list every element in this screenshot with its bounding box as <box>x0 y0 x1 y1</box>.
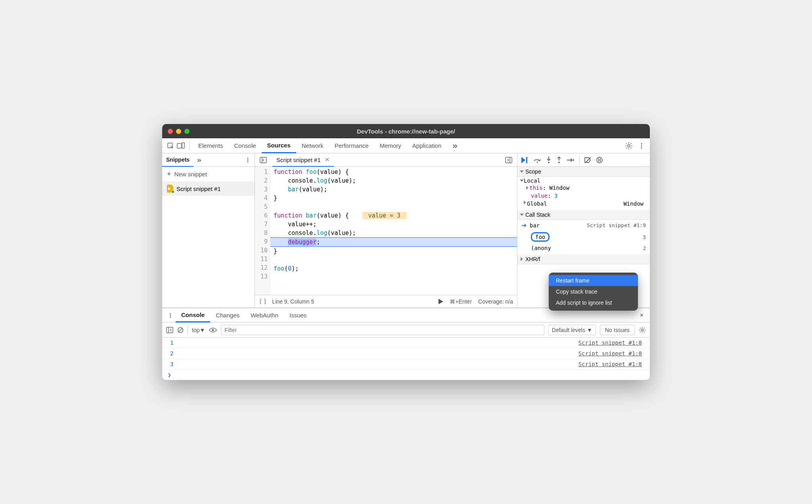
scope-this-row[interactable]: this: Window <box>521 184 647 192</box>
callstack-frame-foo[interactable]: foo 3 <box>517 231 650 243</box>
xhr-breakpoints-header[interactable]: XHR/f <box>517 254 650 264</box>
issues-pill[interactable]: No Issues <box>600 325 635 335</box>
file-tab[interactable]: Script snippet #1 ✕ <box>272 153 334 167</box>
drawer-tab-issues[interactable]: Issues <box>284 308 312 323</box>
clear-console-icon[interactable] <box>177 327 184 333</box>
console-source-link[interactable]: Script snippet #1:8 <box>578 350 642 357</box>
svg-point-7 <box>247 158 249 159</box>
svg-rect-12 <box>526 157 527 163</box>
code-editor[interactable]: 12345678910111213 function foo(value) { … <box>255 167 517 295</box>
tab-elements[interactable]: Elements <box>193 138 229 153</box>
svg-point-9 <box>247 161 249 162</box>
console-output: 1 Script snippet #1:8 2 Script snippet #… <box>162 338 650 380</box>
console-toolbar: top ▼ Default levels ▼ No Issues <box>162 323 650 338</box>
run-shortcut-label: ⌘+Enter <box>450 298 472 305</box>
drawer-tab-console[interactable]: Console <box>176 308 210 323</box>
svg-point-3 <box>628 145 630 147</box>
run-snippet-icon[interactable] <box>439 299 443 304</box>
svg-rect-2 <box>182 143 184 148</box>
step-icon[interactable] <box>567 157 575 163</box>
coverage-label: Coverage: n/a <box>478 298 513 305</box>
resume-icon[interactable] <box>521 157 529 163</box>
console-log-row[interactable]: 2 Script snippet #1:8 <box>162 348 650 359</box>
step-over-icon[interactable] <box>533 157 541 163</box>
toggle-debugger-icon[interactable] <box>504 155 514 165</box>
inspect-element-icon[interactable] <box>165 141 176 151</box>
context-selector[interactable]: top ▼ <box>192 327 205 333</box>
active-frame-arrow-icon: ➔ <box>521 221 527 229</box>
callstack-frame[interactable]: ➔ bar Script snippet #1:9 <box>517 220 650 231</box>
expand-triangle-icon <box>524 200 526 204</box>
callstack-body: ➔ bar Script snippet #1:9 foo 3 (anony 2 <box>517 220 650 253</box>
scope-local-row[interactable]: Local <box>521 178 647 184</box>
frame-foo-highlight: foo <box>531 232 550 242</box>
scope-global-row[interactable]: GlobalWindow <box>521 200 647 208</box>
svg-point-16 <box>573 159 574 161</box>
svg-rect-1 <box>177 143 182 148</box>
tab-divider <box>189 141 190 150</box>
close-window-button[interactable] <box>168 129 173 134</box>
close-drawer-icon[interactable]: ✕ <box>636 310 647 321</box>
navigator-kebab-icon[interactable] <box>243 155 253 165</box>
navigator-tab-snippets[interactable]: Snippets <box>162 153 193 167</box>
svg-point-20 <box>170 313 171 314</box>
console-log-row[interactable]: 3 Script snippet #1:8 <box>162 359 650 370</box>
scope-section-header[interactable]: Scope <box>517 167 650 177</box>
snippet-list-item[interactable]: Script snippet #1 <box>162 181 255 196</box>
step-into-icon[interactable] <box>546 157 552 164</box>
expand-triangle-icon <box>520 214 524 216</box>
device-toolbar-icon[interactable] <box>176 141 186 151</box>
live-expression-icon[interactable] <box>209 327 217 333</box>
drawer-tab-webauthn[interactable]: WebAuthn <box>245 308 284 323</box>
minimize-window-button[interactable] <box>176 129 181 134</box>
svg-rect-23 <box>167 327 173 333</box>
tab-memory[interactable]: Memory <box>374 138 407 153</box>
console-filter-input[interactable] <box>221 325 544 335</box>
callstack-header-label: Call Stack <box>525 212 550 218</box>
scope-value-row[interactable]: value: 3 <box>521 192 647 200</box>
tab-sources[interactable]: Sources <box>262 138 296 153</box>
console-source-link[interactable]: Script snippet #1:8 <box>578 361 642 367</box>
deactivate-breakpoints-icon[interactable] <box>584 157 592 163</box>
more-navigator-tabs-icon[interactable] <box>193 155 204 165</box>
menu-copy-stack-trace[interactable]: Copy stack trace <box>549 286 638 297</box>
tab-performance[interactable]: Performance <box>329 138 374 153</box>
svg-point-21 <box>170 315 171 316</box>
svg-point-17 <box>597 157 602 163</box>
more-tabs-icon[interactable] <box>449 141 460 151</box>
log-levels-select[interactable]: Default levels ▼ <box>548 325 596 335</box>
console-settings-gear-icon[interactable] <box>639 326 646 334</box>
step-out-icon[interactable] <box>556 157 562 164</box>
menu-restart-frame[interactable]: Restart frame <box>549 275 638 286</box>
devtools-window: DevTools - chrome://new-tab-page/ Elemen… <box>162 124 650 380</box>
console-prompt[interactable]: ❯ <box>162 370 650 380</box>
window-controls <box>168 129 190 134</box>
tab-console[interactable]: Console <box>229 138 262 153</box>
tab-application[interactable]: Application <box>407 138 447 153</box>
menu-add-ignore-list[interactable]: Add script to ignore list <box>549 297 638 308</box>
pause-exceptions-icon[interactable] <box>596 157 603 163</box>
svg-point-4 <box>641 143 642 144</box>
maximize-window-button[interactable] <box>184 129 190 134</box>
svg-point-5 <box>641 145 642 146</box>
console-source-link[interactable]: Script snippet #1:8 <box>578 340 642 346</box>
console-log-row[interactable]: 1 Script snippet #1:8 <box>162 338 650 348</box>
callstack-context-menu: Restart frame Copy stack trace Add scrip… <box>549 273 638 311</box>
settings-gear-icon[interactable] <box>624 141 634 151</box>
new-snippet-button[interactable]: + New snippet <box>162 167 255 181</box>
file-tab-label: Script snippet #1 <box>276 157 321 163</box>
code-content: function foo(value) { console.log(value)… <box>270 167 517 295</box>
svg-point-14 <box>548 162 550 163</box>
new-snippet-label: New snippet <box>174 171 207 178</box>
tab-network[interactable]: Network <box>296 138 329 153</box>
drawer-kebab-icon[interactable] <box>165 310 176 321</box>
drawer-tab-changes[interactable]: Changes <box>210 308 245 323</box>
close-tab-icon[interactable]: ✕ <box>325 156 330 163</box>
callstack-section-header[interactable]: Call Stack <box>517 210 650 220</box>
console-sidebar-toggle-icon[interactable] <box>166 327 173 333</box>
kebab-menu-icon[interactable] <box>636 141 647 151</box>
pretty-print-icon[interactable]: { } <box>259 298 266 305</box>
navigator-panel: Snippets + New snippet Script snippet #1 <box>162 153 255 307</box>
callstack-frame[interactable]: (anony 2 <box>517 243 650 253</box>
toggle-navigator-icon[interactable] <box>258 155 268 165</box>
